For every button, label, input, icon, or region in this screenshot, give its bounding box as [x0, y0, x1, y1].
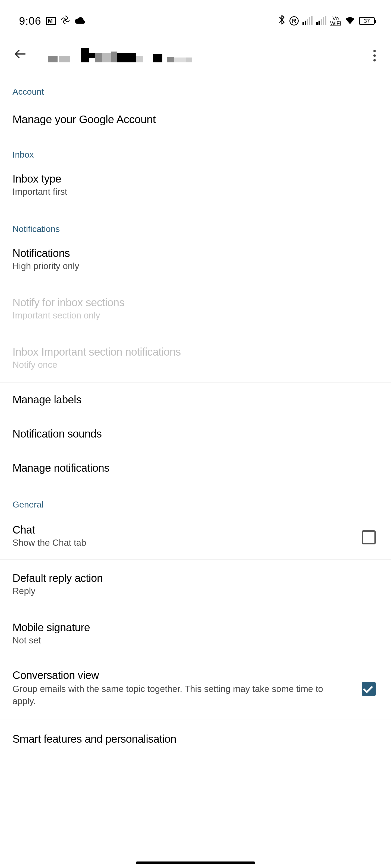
item-subtitle: Reply [12, 584, 379, 596]
item-subtitle: Group emails with the same topic togethe… [12, 681, 344, 707]
home-indicator[interactable] [136, 862, 255, 864]
item-subtitle: Not set [12, 633, 379, 646]
manage-notifications-item[interactable]: Manage notifications [0, 451, 391, 488]
section-header-notifications: Notifications [0, 212, 391, 240]
chat-checkbox[interactable] [362, 530, 376, 545]
app-bar [0, 35, 391, 76]
manage-labels-item[interactable]: Manage labels [0, 383, 391, 417]
signal-2-icon [316, 17, 326, 25]
photos-icon [61, 15, 70, 27]
item-title: Manage notifications [12, 462, 379, 474]
inbox-type-item[interactable]: Inbox type Important first [0, 165, 391, 212]
item-title: Manage labels [12, 394, 379, 406]
item-title: Conversation view [12, 669, 379, 681]
smart-features-item[interactable]: Smart features and personalisation [0, 720, 391, 745]
restricted-icon: R [289, 16, 299, 26]
item-subtitle: Important section only [12, 309, 379, 321]
item-title: Smart features and personalisation [12, 733, 379, 745]
conversation-view-checkbox[interactable] [362, 682, 376, 696]
bluetooth-icon [278, 14, 286, 27]
chat-item[interactable]: Chat Show the Chat tab [0, 515, 391, 560]
item-subtitle: Show the Chat tab [12, 536, 379, 548]
more-menu-button[interactable] [373, 50, 376, 62]
item-title: Notification sounds [12, 428, 379, 440]
item-subtitle: Important first [12, 185, 379, 197]
important-section-notif-item: Inbox Important section notifications No… [0, 333, 391, 383]
notifications-item[interactable]: Notifications High priority only [0, 240, 391, 284]
item-subtitle: High priority only [12, 259, 379, 271]
item-title: Inbox Important section notifications [12, 346, 379, 358]
account-email-redacted [48, 49, 192, 62]
item-subtitle: Notify once [12, 358, 379, 370]
cloud-icon [75, 16, 85, 26]
item-title: Chat [12, 524, 379, 536]
default-reply-item[interactable]: Default reply action Reply [0, 560, 391, 609]
item-title: Manage your Google Account [12, 113, 379, 126]
section-header-account: Account [0, 76, 391, 102]
manage-google-account-item[interactable]: Manage your Google Account [0, 102, 391, 138]
notification-sounds-item[interactable]: Notification sounds [0, 417, 391, 451]
status-time: 9:06 [19, 15, 41, 27]
section-header-inbox: Inbox [0, 138, 391, 165]
status-left: 9:06 [19, 15, 85, 27]
status-right: R Vo WiFi 37 [278, 14, 375, 27]
wifi-icon [345, 15, 355, 27]
item-title: Mobile signature [12, 621, 379, 633]
item-title: Notify for inbox sections [12, 297, 379, 309]
vowifi-icon: Vo WiFi [330, 16, 341, 26]
battery-icon: 37 [359, 17, 375, 25]
status-bar: 9:06 R Vo WiFi 37 [0, 0, 391, 35]
section-header-general: General [0, 488, 391, 515]
item-title: Inbox type [12, 173, 379, 185]
notify-sections-item: Notify for inbox sections Important sect… [0, 284, 391, 333]
item-title: Default reply action [12, 572, 379, 584]
item-title: Notifications [12, 247, 379, 259]
gmail-icon [46, 17, 56, 25]
back-arrow-icon[interactable] [13, 48, 27, 64]
signal-1-icon [303, 17, 312, 25]
mobile-signature-item[interactable]: Mobile signature Not set [0, 609, 391, 658]
conversation-view-item[interactable]: Conversation view Group emails with the … [0, 658, 391, 720]
